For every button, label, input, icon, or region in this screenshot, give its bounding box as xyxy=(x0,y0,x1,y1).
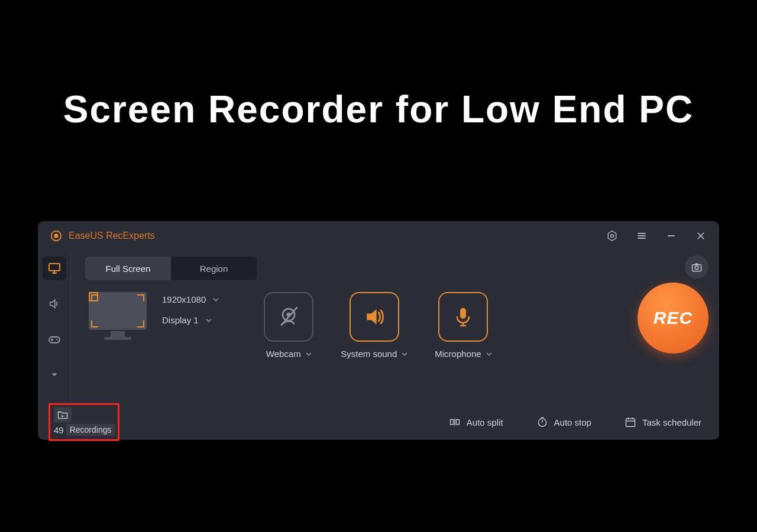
system-sound-dropdown[interactable]: System sound xyxy=(341,349,407,359)
auto-split-button[interactable]: Auto split xyxy=(449,416,503,428)
calendar-icon xyxy=(625,416,636,428)
app-name: EaseUS RecExperts xyxy=(69,231,155,241)
main-area: Full Screen Region 1920x1080 xyxy=(71,251,719,404)
display-value: Display 1 xyxy=(162,315,199,325)
svg-rect-27 xyxy=(456,420,459,424)
svg-rect-13 xyxy=(49,337,60,343)
svg-rect-26 xyxy=(450,420,453,424)
chevron-down-icon xyxy=(402,351,407,357)
svg-point-29 xyxy=(538,419,546,426)
minimize-icon[interactable] xyxy=(665,229,678,242)
sidebar-game-icon[interactable] xyxy=(43,327,66,351)
chevron-down-icon xyxy=(213,297,219,303)
resolution-dropdown[interactable]: 1920x1080 xyxy=(162,294,219,304)
auto-stop-button[interactable]: Auto stop xyxy=(536,416,591,428)
chevron-down-icon xyxy=(486,351,492,357)
display-dropdown[interactable]: Display 1 xyxy=(162,315,219,325)
svg-point-16 xyxy=(56,339,57,340)
close-icon[interactable] xyxy=(694,229,707,242)
clock-icon xyxy=(536,416,548,428)
sidebar-audio-icon[interactable] xyxy=(43,292,66,316)
svg-point-19 xyxy=(695,266,698,270)
screenshot-icon[interactable] xyxy=(685,255,709,279)
system-sound-toggle[interactable] xyxy=(350,292,399,342)
app-window: EaseUS RecExperts xyxy=(38,221,719,440)
settings-icon[interactable] xyxy=(606,229,619,242)
record-button[interactable]: REC xyxy=(638,283,709,353)
titlebar: EaseUS RecExperts xyxy=(38,221,719,251)
svg-point-1 xyxy=(54,233,58,238)
tab-region[interactable]: Region xyxy=(171,257,257,280)
app-logo-icon xyxy=(50,229,63,242)
recordings-button[interactable]: 49 Recordings xyxy=(48,403,119,441)
microphone-dropdown[interactable]: Microphone xyxy=(435,349,491,359)
menu-icon[interactable] xyxy=(635,229,648,242)
svg-rect-32 xyxy=(626,419,635,426)
svg-point-3 xyxy=(611,235,614,238)
footer: 49 Recordings Auto split Auto stop xyxy=(38,404,719,440)
chevron-down-icon xyxy=(206,317,212,323)
tab-full-screen[interactable]: Full Screen xyxy=(85,257,171,280)
split-icon xyxy=(449,416,461,428)
svg-rect-10 xyxy=(49,264,60,271)
webcam-toggle[interactable] xyxy=(264,292,313,342)
svg-point-17 xyxy=(57,340,59,341)
resolution-value: 1920x1080 xyxy=(162,294,206,304)
chevron-down-icon xyxy=(306,351,312,357)
hero-title: Screen Recorder for Low End PC xyxy=(0,87,757,131)
sidebar-more-icon[interactable] xyxy=(43,363,66,387)
sidebar xyxy=(38,251,71,404)
recordings-count: 49 xyxy=(54,425,64,435)
svg-rect-23 xyxy=(460,308,466,319)
capture-mode-tabs: Full Screen Region xyxy=(85,257,257,280)
monitor-preview xyxy=(85,292,150,340)
sidebar-screen-icon[interactable] xyxy=(43,257,66,280)
webcam-dropdown[interactable]: Webcam xyxy=(266,349,312,359)
microphone-toggle[interactable] xyxy=(438,292,488,342)
svg-marker-2 xyxy=(608,231,616,241)
folder-play-icon xyxy=(54,407,72,423)
recordings-label: Recordings xyxy=(66,424,115,436)
task-scheduler-button[interactable]: Task scheduler xyxy=(625,416,701,428)
